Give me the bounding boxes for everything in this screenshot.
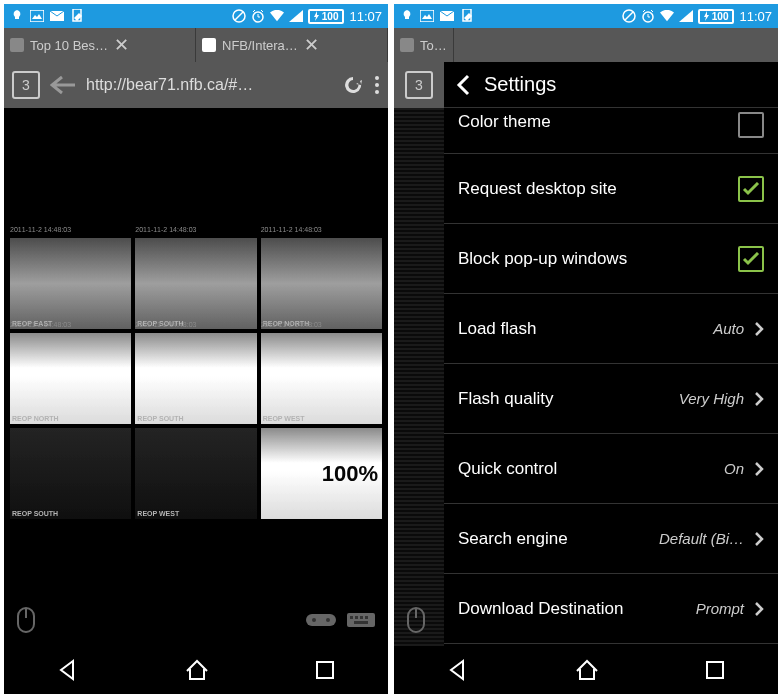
setting-load-flash[interactable]: Load flash Auto xyxy=(444,294,778,364)
chevron-right-icon xyxy=(754,321,764,337)
settings-list: Color theme Request desktop site Block p… xyxy=(444,108,778,646)
cam-tile[interactable]: 100% xyxy=(261,428,382,519)
tab-0[interactable]: Top 1… xyxy=(394,28,454,62)
svg-point-8 xyxy=(375,90,379,94)
alarm-icon xyxy=(251,9,265,23)
mail-icon xyxy=(440,9,454,23)
progress-text: 100% xyxy=(322,461,378,487)
nav-home-icon[interactable] xyxy=(185,659,209,681)
svg-rect-17 xyxy=(365,616,368,619)
setting-quick-control[interactable]: Quick control On xyxy=(444,434,778,504)
signal-icon xyxy=(679,9,693,23)
close-icon[interactable]: ✕ xyxy=(304,34,319,56)
setting-color-theme[interactable]: Color theme xyxy=(444,108,778,154)
setting-search-engine[interactable]: Search engine Default (Bi… xyxy=(444,504,778,574)
setting-popup-block[interactable]: Block pop-up windows xyxy=(444,224,778,294)
overlay-controls xyxy=(4,600,388,640)
svg-rect-14 xyxy=(350,616,353,619)
no-sim-icon xyxy=(232,9,246,23)
no-sim-icon xyxy=(622,9,636,23)
svg-rect-16 xyxy=(360,616,363,619)
url-bar: 3 http://bear71.nfb.ca/#… xyxy=(4,62,388,108)
overlay-controls xyxy=(394,600,444,640)
mail-icon xyxy=(50,9,64,23)
setting-value: Prompt xyxy=(696,600,744,617)
tab-0[interactable]: Top 10 Bes… ✕ xyxy=(4,28,196,62)
cam-tile[interactable]: 2011-11-2 14:48:03REOP NORTH xyxy=(261,238,382,329)
photo-icon xyxy=(420,9,434,23)
nav-bar xyxy=(4,646,388,694)
svg-line-4 xyxy=(235,12,243,20)
reload-icon[interactable] xyxy=(342,74,364,96)
setting-value: Auto xyxy=(713,320,744,337)
cam-tile[interactable]: 2011-11-2 14:48:03REOP EAST xyxy=(10,238,131,329)
mouse-icon[interactable] xyxy=(406,606,426,634)
status-bar: 100 11:07 xyxy=(394,4,778,28)
svg-rect-13 xyxy=(347,613,375,627)
content-behind xyxy=(394,108,444,646)
nav-bar xyxy=(394,646,778,694)
favicon-icon xyxy=(202,38,216,52)
checkbox-icon[interactable] xyxy=(738,112,764,138)
menu-icon[interactable] xyxy=(374,75,380,95)
tab-strip: Top 10 Bes… ✕ NFB/Intera… ✕ xyxy=(4,28,388,62)
chevron-right-icon xyxy=(754,531,764,547)
tab-switcher-button[interactable]: 3 xyxy=(405,71,433,99)
keyboard-icon[interactable] xyxy=(346,610,376,630)
back-icon[interactable] xyxy=(50,75,76,95)
wifi-icon xyxy=(660,9,674,23)
tab-title: Top 10 Bes… xyxy=(30,38,108,53)
cam-tile[interactable]: 2011-11-2 14:48:03REOP NORTH xyxy=(10,333,131,424)
tab-strip: Top 1… xyxy=(394,28,778,62)
tab-1[interactable]: NFB/Intera… ✕ xyxy=(196,28,388,62)
cam-tile[interactable]: 2011-11-2 14:48:03REOP SOUTH xyxy=(135,238,256,329)
checkbox-checked-icon[interactable] xyxy=(738,176,764,202)
nav-back-icon[interactable] xyxy=(57,659,79,681)
url-field[interactable]: http://bear71.nfb.ca/#… xyxy=(86,76,332,94)
gamepad-icon[interactable] xyxy=(306,610,336,630)
edit-icon xyxy=(460,9,474,23)
back-chevron-icon[interactable] xyxy=(456,74,470,96)
settings-header: Settings xyxy=(444,62,778,108)
chevron-right-icon xyxy=(754,461,764,477)
svg-rect-18 xyxy=(354,621,368,624)
setting-download-dest[interactable]: Download Destination Prompt xyxy=(444,574,778,644)
nav-recent-icon[interactable] xyxy=(705,660,725,680)
cam-tile[interactable]: REOP SOUTH xyxy=(10,428,131,519)
checkbox-checked-icon[interactable] xyxy=(738,246,764,272)
tab-switcher-button[interactable]: 3 xyxy=(12,71,40,99)
svg-rect-20 xyxy=(420,10,434,22)
svg-point-11 xyxy=(312,618,316,622)
svg-point-6 xyxy=(375,76,379,80)
edit-icon xyxy=(70,9,84,23)
setting-flash-quality[interactable]: Flash quality Very High xyxy=(444,364,778,434)
favicon-icon xyxy=(10,38,24,52)
tab-title: NFB/Intera… xyxy=(222,38,298,53)
setting-desktop-site[interactable]: Request desktop site xyxy=(444,154,778,224)
alarm-icon xyxy=(641,9,655,23)
setting-value: On xyxy=(724,460,744,477)
cam-tile[interactable]: REOP WEST xyxy=(135,428,256,519)
svg-rect-28 xyxy=(707,662,723,678)
bulb-icon xyxy=(10,9,24,23)
camera-grid: 2011-11-2 14:48:03REOP EAST 2011-11-2 14… xyxy=(10,238,382,519)
battery-indicator: 100 xyxy=(698,9,735,24)
phone-left: 100 11:07 Top 10 Bes… ✕ NFB/Intera… ✕ 3 … xyxy=(4,4,388,694)
phone-right: 100 11:07 Top 1… Settings 3 Color theme … xyxy=(394,4,778,694)
svg-line-24 xyxy=(625,12,633,20)
close-icon[interactable]: ✕ xyxy=(114,34,129,56)
svg-rect-19 xyxy=(317,662,333,678)
nav-home-icon[interactable] xyxy=(575,659,599,681)
mouse-icon[interactable] xyxy=(16,606,36,634)
clock: 11:07 xyxy=(349,9,382,24)
nav-back-icon[interactable] xyxy=(447,659,469,681)
status-bar: 100 11:07 xyxy=(4,4,388,28)
cam-tile[interactable]: 2011-11-2 14:48:03REOP SOUTH xyxy=(135,333,256,424)
tab-title: Top 1… xyxy=(420,38,447,53)
settings-title: Settings xyxy=(484,73,556,96)
nav-recent-icon[interactable] xyxy=(315,660,335,680)
setting-value: Very High xyxy=(679,390,744,407)
cam-tile[interactable]: 2011-11-2 14:48:03REOP WEST xyxy=(261,333,382,424)
web-content[interactable]: 2011-11-2 14:48:03REOP EAST 2011-11-2 14… xyxy=(4,108,388,646)
svg-point-12 xyxy=(326,618,330,622)
